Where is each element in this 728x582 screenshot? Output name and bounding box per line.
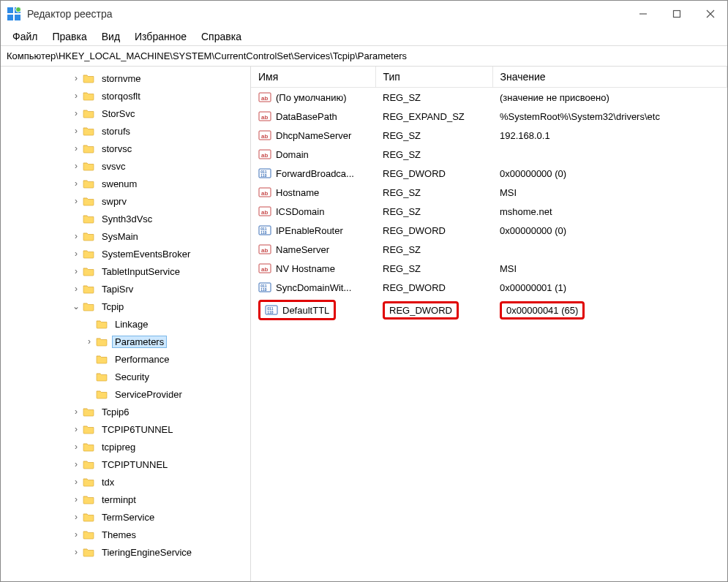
tree-label: Linkage: [112, 318, 151, 330]
minimize-button[interactable]: [626, 1, 660, 27]
menu-file[interactable]: Файл: [7, 29, 43, 44]
menu-help[interactable]: Справка: [195, 29, 247, 44]
folder-icon: [83, 108, 94, 118]
value-row[interactable]: ForwardBroadca...REG_DWORD0x00000000 (0): [251, 164, 727, 183]
tree-item[interactable]: ›TieringEngineService: [5, 543, 250, 561]
value-data: 0x00000001 (1): [492, 278, 727, 297]
chevron-icon[interactable]: ›: [71, 284, 81, 294]
folder-icon: [83, 178, 94, 189]
chevron-icon[interactable]: ›: [71, 407, 81, 417]
tree-label: TapiSrv: [99, 283, 136, 295]
tree-item[interactable]: ›SystemEventsBroker: [5, 245, 250, 262]
menu-view[interactable]: Вид: [96, 29, 126, 44]
tree-label: Tcpip: [99, 301, 127, 313]
values-pane[interactable]: Имя Тип Значение (По умолчанию)REG_SZ(зн…: [251, 67, 727, 581]
value-row[interactable]: NameServerREG_SZ: [251, 240, 727, 259]
chevron-icon[interactable]: ›: [71, 477, 81, 487]
folder-icon: [83, 126, 94, 136]
value-data: 0x00000000 (0): [492, 221, 727, 240]
menu-edit[interactable]: Правка: [46, 29, 92, 44]
value-data: mshome.net: [492, 202, 727, 221]
chevron-icon[interactable]: ›: [71, 178, 81, 189]
value-row[interactable]: DomainREG_SZ: [251, 145, 727, 164]
tree-item[interactable]: ›TabletInputService: [5, 262, 250, 280]
chevron-icon[interactable]: ›: [71, 91, 81, 101]
tree-item[interactable]: Linkage: [5, 315, 250, 333]
tree-item[interactable]: ›TapiSrv: [5, 280, 250, 298]
tree-item[interactable]: ›tcpipreg: [5, 438, 250, 456]
tree-item[interactable]: ›terminpt: [5, 491, 250, 508]
tree-item[interactable]: ›swprv: [5, 192, 250, 210]
chevron-icon[interactable]: ›: [71, 73, 81, 83]
chevron-icon[interactable]: ›: [71, 266, 81, 276]
value-row[interactable]: DataBasePathREG_EXPAND_SZ%SystemRoot%\Sy…: [251, 107, 727, 126]
address-bar[interactable]: Компьютер\HKEY_LOCAL_MACHINE\SYSTEM\Curr…: [1, 46, 727, 67]
tree-label: Synth3dVsc: [99, 213, 155, 225]
chevron-icon[interactable]: ›: [71, 249, 81, 259]
tree-item[interactable]: ›swenum: [5, 175, 250, 192]
value-data: 0x00000000 (0): [492, 164, 727, 183]
tree-pane[interactable]: ›stornvme›storqosflt›StorSvc›storufs›sto…: [1, 67, 251, 581]
tree-item[interactable]: ›storufs: [5, 122, 250, 140]
tree-item[interactable]: ›storvsc: [5, 140, 250, 157]
chevron-icon[interactable]: ›: [71, 161, 81, 171]
col-value[interactable]: Значение: [492, 67, 727, 88]
maximize-button[interactable]: [660, 1, 694, 27]
folder-icon: [96, 336, 108, 347]
value-row[interactable]: IPEnableRouterREG_DWORD0x00000000 (0): [251, 221, 727, 240]
binary-value-icon: [258, 167, 271, 180]
close-button[interactable]: [694, 1, 727, 27]
tree-item[interactable]: ›SysMain: [5, 227, 250, 245]
col-name[interactable]: Имя: [251, 67, 375, 88]
tree-item[interactable]: ›Parameters: [5, 333, 250, 350]
col-type[interactable]: Тип: [375, 67, 492, 88]
value-type: REG_SZ: [375, 145, 492, 164]
value-row[interactable]: DefaultTTLREG_DWORD0x00000041 (65): [251, 297, 727, 323]
tree-label: ServiceProvider: [112, 388, 185, 401]
value-type: REG_DWORD: [375, 221, 492, 240]
value-row[interactable]: ICSDomainREG_SZmshome.net: [251, 202, 727, 221]
tree-item[interactable]: ServiceProvider: [5, 385, 250, 403]
value-row[interactable]: SyncDomainWit...REG_DWORD0x00000001 (1): [251, 278, 727, 297]
folder-icon: [83, 442, 94, 452]
tree-label: Parameters: [112, 336, 167, 348]
tree-item[interactable]: Security: [5, 368, 250, 385]
tree-item[interactable]: ›TermService: [5, 508, 250, 526]
chevron-icon[interactable]: ›: [71, 126, 81, 136]
value-row[interactable]: DhcpNameServerREG_SZ192.168.0.1: [251, 126, 727, 145]
chevron-icon[interactable]: ›: [71, 442, 81, 452]
folder-icon: [83, 301, 94, 311]
tree-item[interactable]: ›stornvme: [5, 69, 250, 87]
value-row[interactable]: HostnameREG_SZMSI: [251, 183, 727, 202]
chevron-icon[interactable]: ⌄: [71, 301, 81, 311]
chevron-icon[interactable]: ›: [71, 143, 81, 154]
tree-item[interactable]: ›StorSvc: [5, 105, 250, 122]
tree-item[interactable]: Performance: [5, 350, 250, 368]
tree-item[interactable]: ›tdx: [5, 473, 250, 491]
chevron-icon[interactable]: ›: [71, 231, 81, 241]
value-row[interactable]: NV HostnameREG_SZMSI: [251, 259, 727, 278]
tree-item[interactable]: Synth3dVsc: [5, 210, 250, 227]
chevron-icon[interactable]: ›: [71, 459, 81, 469]
folder-icon: [83, 512, 94, 522]
tree-item[interactable]: ›TCPIPTUNNEL: [5, 456, 250, 473]
folder-icon: [96, 319, 108, 329]
chevron-icon[interactable]: ›: [71, 512, 81, 522]
chevron-icon[interactable]: ›: [71, 494, 81, 504]
tree-item[interactable]: ›Themes: [5, 526, 250, 543]
chevron-icon[interactable]: ›: [71, 529, 81, 540]
chevron-icon[interactable]: ›: [71, 424, 81, 434]
value-row[interactable]: (По умолчанию)REG_SZ(значение не присвое…: [251, 88, 727, 107]
tree-item[interactable]: ›storqosflt: [5, 87, 250, 105]
tree-item[interactable]: ⌄Tcpip: [5, 298, 250, 315]
tree-item[interactable]: ›TCPIP6TUNNEL: [5, 420, 250, 438]
tree-item[interactable]: ›svsvc: [5, 157, 250, 175]
chevron-icon[interactable]: ›: [71, 108, 81, 118]
tree-label: TieringEngineService: [99, 546, 195, 559]
chevron-icon[interactable]: ›: [71, 547, 81, 557]
title-bar: Редактор реестра: [1, 1, 727, 27]
chevron-icon[interactable]: ›: [71, 196, 81, 206]
menu-favorites[interactable]: Избранное: [129, 29, 192, 44]
chevron-icon[interactable]: ›: [84, 336, 94, 347]
tree-item[interactable]: ›Tcpip6: [5, 403, 250, 420]
